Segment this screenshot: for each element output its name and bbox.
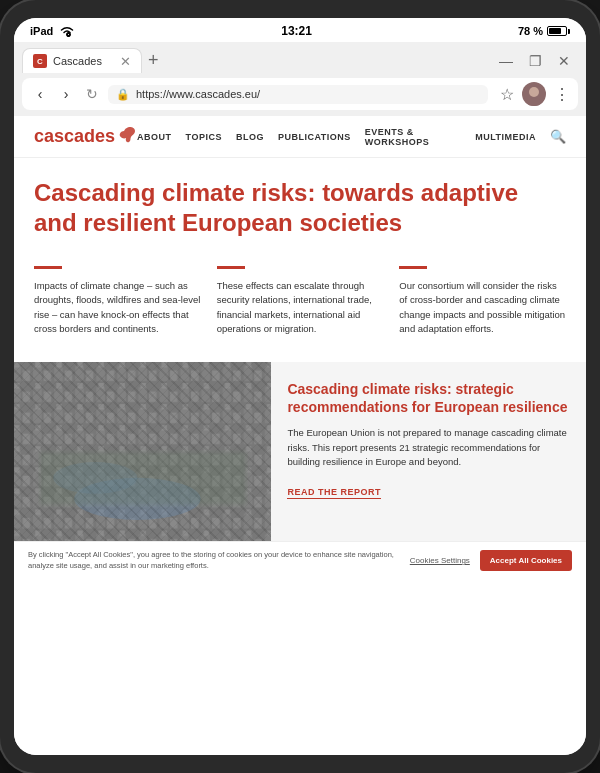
tab-close-button[interactable]: ✕: [120, 55, 131, 68]
cookie-banner: By clicking "Accept All Cookies", you ag…: [14, 541, 586, 579]
feature-card-description: The European Union is not prepared to ma…: [287, 426, 570, 469]
svg-point-1: [525, 98, 543, 106]
svg-rect-2: [14, 362, 271, 541]
tab-favicon: C: [33, 54, 47, 68]
tablet-screen: iPad 13:21 78 %: [14, 18, 586, 755]
battery-icon: [547, 26, 570, 36]
feature-card: Cascading climate risks: strategic recom…: [14, 362, 586, 541]
lock-icon: 🔒: [116, 88, 130, 101]
svg-point-0: [529, 87, 539, 97]
nav-about[interactable]: ABOUT: [137, 132, 172, 142]
site-navigation: ABOUT TOPICS BLOG PUBLICATIONS EVENTS & …: [137, 127, 566, 147]
browser-nav-bar: ‹ › ↻ 🔒 https://www.cascades.eu/ ☆ ⋮: [22, 78, 578, 110]
column-1: Impacts of climate change – such as drou…: [34, 266, 201, 336]
svg-rect-7: [14, 362, 271, 541]
address-bar[interactable]: 🔒 https://www.cascades.eu/: [108, 85, 488, 104]
minimize-button[interactable]: —: [495, 51, 517, 71]
carrier-label: iPad: [30, 25, 53, 37]
browser-chrome: C Cascades ✕ + — ❐ ✕ ‹ › ↻ 🔒 h: [14, 42, 586, 116]
search-icon[interactable]: 🔍: [550, 129, 566, 144]
svg-point-9: [53, 462, 137, 494]
nav-events[interactable]: EVENTS & WORKSHOPS: [365, 127, 461, 147]
column-3: Our consortium will consider the risks o…: [399, 266, 566, 336]
url-text: https://www.cascades.eu/: [136, 88, 480, 100]
cookie-accept-button[interactable]: Accept All Cookies: [480, 550, 572, 571]
bookmark-icon[interactable]: ☆: [500, 85, 514, 104]
wifi-icon: [59, 25, 75, 37]
nav-publications[interactable]: PUBLICATIONS: [278, 132, 351, 142]
more-options-icon[interactable]: ⋮: [554, 85, 570, 104]
browser-tab[interactable]: C Cascades ✕: [22, 48, 142, 73]
reload-button[interactable]: ↻: [82, 86, 102, 102]
feature-card-title: Cascading climate risks: strategic recom…: [287, 380, 570, 416]
hero-title: Cascading climate risks: towards adaptiv…: [34, 178, 566, 238]
hero-section: Cascading climate risks: towards adaptiv…: [14, 158, 586, 352]
read-report-link[interactable]: READ THE REPORT: [287, 487, 381, 499]
logo-bird-icon: [117, 126, 137, 147]
forward-button[interactable]: ›: [56, 86, 76, 102]
nav-multimedia[interactable]: MULTIMEDIA: [475, 132, 536, 142]
aerial-city-image: [14, 362, 271, 541]
battery-percent: 78 %: [518, 25, 543, 37]
site-logo[interactable]: cascades: [34, 126, 137, 147]
status-left: iPad: [30, 25, 75, 37]
new-tab-button[interactable]: +: [142, 48, 165, 73]
column-2: These effects can escalate through secur…: [217, 266, 384, 336]
close-button[interactable]: ✕: [554, 51, 574, 71]
back-button[interactable]: ‹: [30, 86, 50, 102]
tab-title: Cascades: [53, 55, 114, 67]
svg-point-8: [74, 478, 200, 520]
site-header: cascades ABOUT TOPICS BLOG PUBLICATIONS …: [14, 116, 586, 158]
nav-topics[interactable]: TOPICS: [186, 132, 222, 142]
svg-rect-3: [14, 362, 271, 541]
cookie-settings-button[interactable]: Cookies Settings: [410, 556, 470, 565]
three-column-section: Impacts of climate change – such as drou…: [34, 258, 566, 336]
cookie-text: By clicking "Accept All Cookies", you ag…: [28, 550, 400, 571]
feature-image: [14, 362, 271, 541]
logo-text: cascades: [34, 126, 115, 147]
feature-text: Cascading climate risks: strategic recom…: [271, 362, 586, 541]
tablet-frame: iPad 13:21 78 %: [0, 0, 600, 773]
website-content: cascades ABOUT TOPICS BLOG PUBLICATIONS …: [14, 116, 586, 755]
time-display: 13:21: [281, 24, 312, 38]
nav-blog[interactable]: BLOG: [236, 132, 264, 142]
maximize-button[interactable]: ❐: [525, 51, 546, 71]
status-bar: iPad 13:21 78 %: [14, 18, 586, 42]
status-right: 78 %: [518, 25, 570, 37]
user-avatar[interactable]: [522, 82, 546, 106]
